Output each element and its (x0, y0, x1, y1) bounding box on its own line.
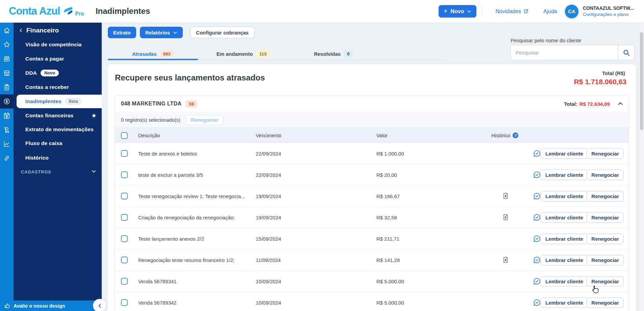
lembrar-cliente-button[interactable]: Lembrar cliente (541, 234, 588, 244)
page-title: Inadimplentes (96, 6, 150, 16)
cart-icon (3, 126, 10, 134)
row-description: Teste renegociação review 1; Teste reneg… (138, 186, 245, 207)
renegociar-button[interactable]: Renegociar (587, 170, 624, 180)
relatorios-button[interactable]: Relatórios (140, 27, 183, 38)
sidebar-item[interactable]: Contas a pagar (25, 52, 102, 66)
sidebar-item[interactable]: Visão de competência (25, 38, 102, 52)
table-row: teste de excluir a parcela 3/5 22/09/202… (115, 164, 629, 185)
contaazul-logo[interactable]: Conta Azul Pro (9, 5, 84, 17)
renegociar-button[interactable]: Renegociar (587, 255, 624, 265)
sidebar-item[interactable]: Inadimplentes Beta (17, 95, 102, 108)
rail-item[interactable] (0, 123, 14, 137)
search-button[interactable] (618, 45, 634, 60)
help-icon[interactable] (513, 133, 518, 138)
calendar-dollar-icon (3, 112, 10, 119)
renegociar-button[interactable]: Renegociar (587, 297, 624, 308)
renegotiation-receipt-icon[interactable] (502, 214, 509, 221)
bulk-renegociar-button[interactable]: Renegociar (186, 115, 224, 125)
logo-pro-label: Pro (75, 11, 84, 17)
row-checkbox[interactable] (121, 299, 128, 306)
row-checkbox[interactable] (121, 214, 128, 221)
rail-item[interactable] (0, 52, 14, 66)
message-history-icon[interactable] (532, 277, 541, 286)
table-body: Teste de anexos e boletos 22/09/2024 R$ … (115, 143, 629, 311)
configurar-cobrancas-button[interactable]: Configurar cobranças (190, 27, 254, 38)
top-bar-actions: Novo Novidades Ajuda CA CONTAAZUL SOFTW.… (439, 0, 640, 23)
sidebar-item[interactable]: Histórico (25, 151, 102, 165)
status-tab[interactable]: Atrasadas 883 (108, 48, 198, 59)
lembrar-cliente-button[interactable]: Lembrar cliente (541, 148, 588, 159)
account-block: CONTAAZUL SOFTW... Configurações e plano (583, 5, 640, 18)
rail-item[interactable] (0, 23, 14, 38)
sidebar-item[interactable]: DDA Novo (25, 66, 102, 80)
chevron-up-icon[interactable] (617, 101, 623, 107)
renegociar-button[interactable]: Renegociar (587, 191, 624, 201)
row-checkbox[interactable] (121, 235, 128, 242)
collapse-sidebar-button[interactable] (93, 299, 106, 311)
account-settings-link[interactable]: Configurações e plano (583, 11, 640, 18)
message-history-icon[interactable] (532, 256, 541, 264)
status-tab[interactable]: Em andamento 115 (198, 48, 288, 59)
sidebar-item[interactable]: Contas a receber (25, 80, 102, 94)
novidades-link[interactable]: Novidades (495, 8, 528, 15)
row-checkbox[interactable] (121, 150, 128, 157)
group-total-label: Total: (564, 101, 577, 107)
message-history-icon[interactable] (532, 298, 541, 307)
lembrar-cliente-button[interactable]: Lembrar cliente (541, 276, 588, 287)
scrollbar-track (639, 23, 644, 311)
avatar[interactable]: CA (565, 5, 578, 18)
sidebar-item-cadastros[interactable]: CADASTROS (21, 165, 102, 179)
account-name: CONTAAZUL SOFTW... (583, 5, 640, 11)
lembrar-cliente-button[interactable]: Lembrar cliente (541, 170, 588, 180)
select-all-checkbox[interactable] (121, 132, 128, 139)
row-checkbox[interactable] (121, 193, 128, 199)
rail-item[interactable] (0, 151, 14, 165)
selection-count-text: 0 registro(s) selecionado(s) (121, 117, 180, 123)
lembrar-cliente-button[interactable]: Lembrar cliente (541, 191, 588, 201)
row-value: R$ 32,58 (376, 207, 397, 228)
sidebar-item[interactable]: Contas financeiras (25, 109, 102, 123)
row-checkbox[interactable] (121, 257, 128, 263)
row-checkbox[interactable] (121, 278, 128, 285)
external-link-icon (523, 9, 528, 14)
rail-item[interactable] (0, 80, 14, 94)
avatar-initials: CA (568, 8, 575, 14)
search-input[interactable] (511, 45, 618, 60)
rail-item[interactable] (0, 137, 14, 151)
renegociar-button[interactable]: Renegociar (587, 212, 624, 223)
novo-button[interactable]: Novo (439, 5, 477, 18)
row-checkbox[interactable] (121, 171, 128, 178)
sidebar-item-badge: Novo (41, 70, 59, 76)
rate-design-bar[interactable]: Avalie o nosso design (0, 301, 102, 311)
renegotiation-receipt-icon[interactable] (502, 192, 509, 199)
row-value: R$ 141,28 (376, 249, 400, 271)
extrato-button[interactable]: Extrato (108, 27, 136, 38)
scrollbar-thumb[interactable] (640, 32, 643, 130)
message-history-icon[interactable] (532, 213, 541, 222)
lembrar-cliente-button[interactable]: Lembrar cliente (541, 297, 588, 308)
sidebar-item[interactable]: Fluxo de caixa (25, 136, 102, 150)
message-history-icon[interactable] (532, 170, 541, 179)
rail-item[interactable] (0, 38, 14, 52)
renegociar-button[interactable]: Renegociar (587, 276, 624, 287)
ajuda-link[interactable]: Ajuda (543, 8, 557, 15)
renegociar-button[interactable]: Renegociar (587, 148, 624, 159)
message-history-icon[interactable] (532, 192, 541, 200)
message-history-icon[interactable] (532, 149, 541, 158)
rail-item[interactable] (0, 94, 14, 109)
logo-word-azul: Azul (39, 5, 60, 17)
rail-item[interactable] (0, 66, 14, 80)
renegotiation-receipt-icon[interactable] (502, 256, 509, 263)
rail-item[interactable] (0, 109, 14, 123)
message-history-icon[interactable] (532, 234, 541, 243)
client-group-header[interactable]: 048 MARKETING LTDA 59 Total: R$ 72.634,0… (115, 96, 629, 112)
renegociar-button[interactable]: Renegociar (587, 234, 624, 244)
lembrar-cliente-button[interactable]: Lembrar cliente (541, 212, 588, 223)
header-divider (481, 6, 482, 17)
tab-count-badge: 0 (344, 50, 353, 57)
sidebar-item[interactable]: Extrato de movimentações (25, 122, 102, 137)
sidebar-item-label: Contas a pagar (25, 56, 64, 62)
status-tab[interactable]: Resolvidas 0 (288, 48, 378, 59)
lembrar-cliente-button[interactable]: Lembrar cliente (541, 255, 588, 265)
row-value: R$ 211,71 (376, 228, 399, 249)
